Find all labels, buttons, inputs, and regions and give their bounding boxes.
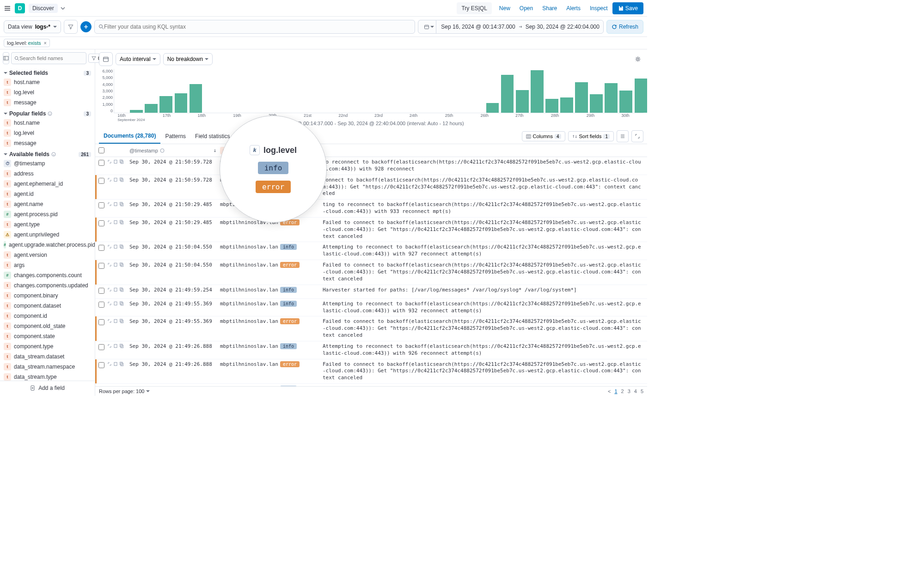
copy-doc-icon[interactable] [119, 177, 124, 182]
copy-doc-icon[interactable] [119, 159, 124, 164]
chart-bar[interactable] [545, 99, 558, 113]
single-doc-icon[interactable] [113, 202, 118, 206]
expand-icon[interactable] [107, 159, 112, 164]
hamburger-icon[interactable] [4, 5, 11, 12]
section-selected[interactable]: Selected fields 3 [0, 67, 95, 77]
columns-button[interactable]: Columns 4 [522, 131, 565, 141]
copy-doc-icon[interactable] [119, 244, 124, 249]
rows-per-page[interactable]: Rows per page: 100 [99, 388, 150, 394]
table-row[interactable]: Sep 30, 2024 @ 21:50:04.550 mbptilhninos… [95, 260, 647, 285]
chart-bar[interactable] [516, 90, 528, 113]
chart-bar[interactable] [605, 83, 617, 113]
row-checkbox[interactable] [98, 178, 104, 184]
density-button[interactable] [617, 130, 629, 142]
field-item[interactable]: ⏱@timestamp [0, 158, 95, 169]
single-doc-icon[interactable] [113, 301, 118, 306]
expand-icon[interactable] [107, 244, 112, 249]
row-checkbox[interactable] [98, 288, 104, 294]
field-item[interactable]: thost.name [0, 118, 95, 128]
pager-page[interactable]: 4 [634, 388, 637, 394]
field-item[interactable]: tdata_stream.namespace [0, 362, 95, 372]
pager-page[interactable]: 2 [621, 388, 624, 394]
row-checkbox[interactable] [98, 220, 104, 226]
single-doc-icon[interactable] [113, 220, 118, 224]
table-row[interactable]: Sep 30, 2024 @ 21:49:59.254 mbptilhninos… [95, 285, 647, 299]
date-range-picker[interactable]: Sep 16, 2024 @ 00:14:37.000 Sep 30, 2024… [418, 20, 604, 34]
field-item[interactable]: tlog.level [0, 87, 95, 97]
sidebar-collapse-button[interactable] [3, 52, 9, 64]
chart-bar[interactable] [130, 110, 142, 113]
row-checkbox[interactable] [98, 263, 104, 269]
single-doc-icon[interactable] [113, 177, 118, 182]
chart-bar[interactable] [590, 94, 602, 113]
pager-page[interactable]: 1 [614, 388, 617, 394]
field-item[interactable]: tmessage [0, 97, 95, 108]
row-checkbox[interactable] [98, 362, 104, 368]
kql-input[interactable] [94, 20, 415, 34]
field-item[interactable]: tcomponent.state [0, 331, 95, 341]
field-item[interactable]: tlog.level [0, 128, 95, 138]
histogram-chart[interactable]: 6,0005,0004,0003,0002,0001,0000 16thSept… [95, 69, 647, 120]
single-doc-icon[interactable] [113, 262, 118, 267]
field-search[interactable] [11, 52, 86, 64]
close-icon[interactable]: × [44, 40, 47, 46]
table-row[interactable]: Sep 30, 2024 @ 21:49:55.369 mbptilhninos… [95, 316, 647, 341]
kql-field[interactable] [104, 24, 411, 30]
field-item[interactable]: #agent.process.pid [0, 209, 95, 219]
filter-funnel-button[interactable] [64, 20, 78, 34]
data-view-selector[interactable]: Data view logs-* [4, 20, 61, 33]
try-esql-button[interactable]: Try ES|QL [457, 2, 491, 14]
chart-bar[interactable] [159, 96, 172, 113]
field-item[interactable]: tcomponent.dataset [0, 301, 95, 311]
copy-doc-icon[interactable] [119, 319, 124, 323]
alerts-button[interactable]: Alerts [562, 2, 585, 14]
histogram-toggle-button[interactable] [99, 52, 113, 66]
tab-documents[interactable]: Documents (28,780) [99, 129, 160, 144]
field-item[interactable]: tagent.type [0, 219, 95, 230]
grid-body[interactable]: Sep 30, 2024 @ 21:50:59.728 mbptilhn inf… [95, 157, 647, 386]
row-checkbox[interactable] [98, 160, 104, 166]
share-button[interactable]: Share [538, 2, 562, 14]
single-doc-icon[interactable] [113, 362, 118, 366]
field-search-input[interactable] [19, 55, 83, 61]
copy-doc-icon[interactable] [119, 344, 124, 348]
interval-selector[interactable]: Auto interval [116, 53, 160, 65]
single-doc-icon[interactable] [113, 244, 118, 249]
field-item[interactable]: taddress [0, 169, 95, 179]
pager-page[interactable]: 5 [641, 388, 643, 394]
row-checkbox[interactable] [98, 245, 104, 251]
field-item[interactable]: #agent.upgrade.watcher.process.pid [0, 240, 95, 250]
row-checkbox[interactable] [98, 202, 104, 208]
expand-icon[interactable] [107, 177, 112, 182]
table-row[interactable]: Sep 30, 2024 @ 21:50:04.550 mbptilhninos… [95, 242, 647, 260]
chart-bar[interactable] [635, 79, 647, 113]
single-doc-icon[interactable] [113, 319, 118, 323]
table-row[interactable]: Sep 30, 2024 @ 21:49:26.888 mbptilhninos… [95, 359, 647, 384]
field-item[interactable]: tagent.ephemeral_id [0, 179, 95, 189]
copy-doc-icon[interactable] [119, 362, 124, 366]
app-logo[interactable]: D [15, 3, 25, 13]
open-button[interactable]: Open [515, 2, 538, 14]
tab-patterns[interactable]: Patterns [160, 129, 190, 143]
col-header-timestamp[interactable]: @timestamp [128, 148, 220, 153]
pager-page[interactable]: 3 [628, 388, 630, 394]
field-item[interactable]: tmessage [0, 138, 95, 148]
single-doc-icon[interactable] [113, 287, 118, 292]
copy-doc-icon[interactable] [119, 301, 124, 306]
expand-icon[interactable] [107, 344, 112, 348]
expand-icon[interactable] [107, 202, 112, 206]
single-doc-icon[interactable] [113, 159, 118, 164]
single-doc-icon[interactable] [113, 344, 118, 348]
field-item[interactable]: tagent.version [0, 250, 95, 260]
copy-doc-icon[interactable] [119, 287, 124, 292]
refresh-button[interactable]: Refresh [606, 20, 643, 34]
chart-bar[interactable] [619, 91, 632, 113]
expand-icon[interactable] [107, 220, 112, 224]
inspect-button[interactable]: Inspect [585, 2, 612, 14]
copy-doc-icon[interactable] [119, 220, 124, 224]
breadcrumb[interactable]: Discover [29, 4, 58, 13]
sort-button[interactable]: Sort fields 1 [568, 131, 614, 141]
expand-icon[interactable] [107, 362, 112, 366]
pager-prev[interactable]: < [608, 388, 611, 394]
fullscreen-button[interactable] [631, 130, 643, 142]
